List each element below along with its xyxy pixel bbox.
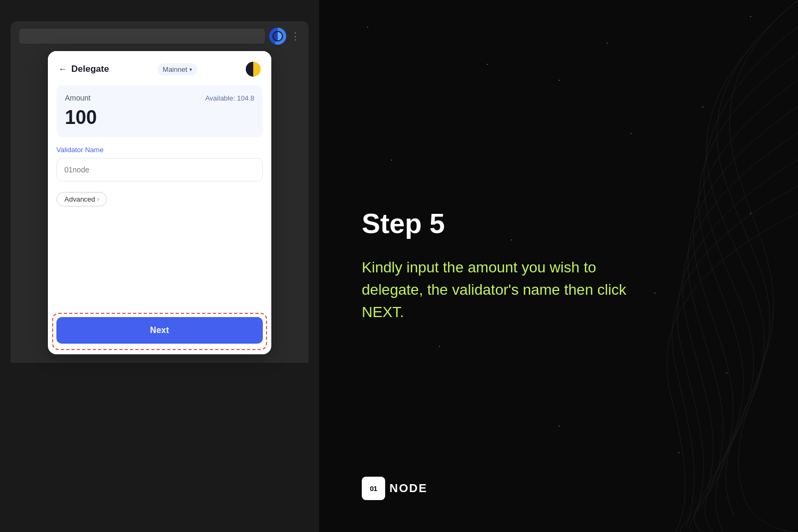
next-button-area: Next	[48, 311, 271, 354]
star	[702, 106, 703, 107]
delegate-header: ← Delegate Mainnet ▾	[48, 51, 271, 85]
star	[367, 27, 368, 28]
star	[678, 452, 679, 453]
validator-name-input[interactable]	[56, 158, 263, 181]
right-panel: Step 5 Kindly input the amount you wish …	[319, 0, 798, 532]
network-label: Mainnet	[163, 65, 187, 73]
star	[391, 160, 392, 161]
star	[606, 43, 608, 44]
validator-label: Validator Name	[56, 146, 263, 154]
logo-box: 01	[362, 477, 385, 500]
star	[559, 426, 560, 427]
card-spacer	[48, 215, 271, 311]
step-title: Step 5	[362, 209, 755, 239]
back-arrow-icon: ←	[59, 64, 67, 74]
logo-text: NODE	[389, 481, 428, 495]
browser-extension-icon	[269, 28, 286, 45]
next-button[interactable]: Next	[56, 317, 263, 344]
star	[487, 64, 488, 65]
advanced-button[interactable]: Advanced ›	[56, 192, 107, 206]
browser-chrome: ⋮	[11, 21, 309, 51]
validator-section: Validator Name	[48, 146, 271, 186]
star	[630, 133, 631, 134]
left-panel: ⋮ ← Delegate Mainnet ▾	[0, 0, 319, 532]
available-balance: Available: 104.8	[205, 94, 254, 102]
star	[750, 16, 751, 17]
amount-header: Amount Available: 104.8	[65, 94, 254, 102]
back-button[interactable]: ← Delegate	[59, 64, 109, 74]
logo-area: 01 NODE	[362, 477, 428, 500]
star	[439, 346, 440, 347]
star	[559, 80, 560, 81]
amount-value[interactable]: 100	[65, 106, 254, 129]
network-selector[interactable]: Mainnet ▾	[157, 63, 197, 76]
browser-menu-icon[interactable]: ⋮	[290, 30, 300, 42]
step-description: Kindly input the amount you wish to dele…	[362, 256, 638, 323]
advanced-section: Advanced ›	[48, 186, 271, 215]
network-chevron-icon: ▾	[189, 66, 192, 72]
address-bar[interactable]	[19, 29, 265, 44]
amount-label: Amount	[65, 94, 90, 102]
right-content: Step 5 Kindly input the amount you wish …	[362, 209, 755, 323]
advanced-label: Advanced	[64, 195, 95, 203]
advanced-chevron-icon: ›	[97, 196, 99, 202]
network-token-icon	[246, 62, 261, 77]
star	[726, 372, 727, 373]
delegate-title: Delegate	[71, 64, 109, 74]
extension-window: ← Delegate Mainnet ▾ Amount Available:	[11, 51, 309, 363]
delegate-card: ← Delegate Mainnet ▾ Amount Available:	[48, 51, 271, 354]
amount-section: Amount Available: 104.8 100	[56, 85, 263, 137]
